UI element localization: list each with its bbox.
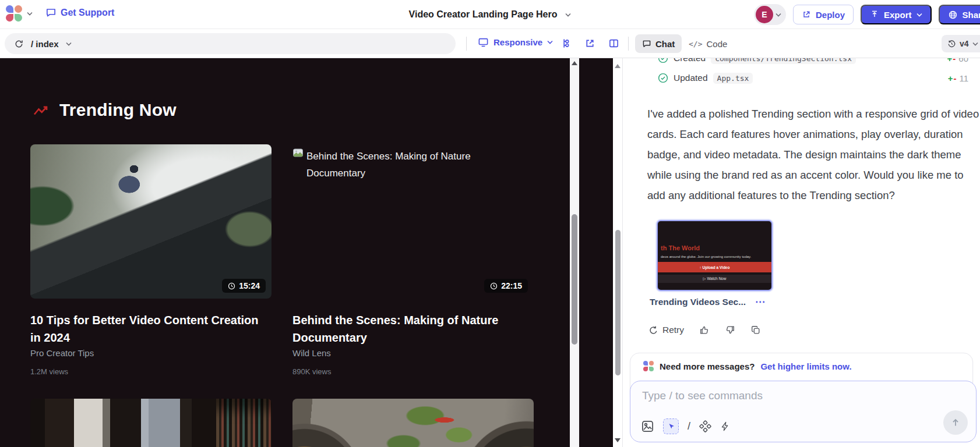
page-path: / index: [31, 39, 59, 49]
video-views: 890K views: [292, 367, 331, 376]
app-window: Get Support Video Creator Landing Page H…: [0, 0, 980, 447]
monitor-icon: [478, 37, 489, 48]
get-support-label: Get Support: [61, 8, 114, 18]
scroll-down-arrow[interactable]: [615, 438, 621, 442]
chevron-down-icon[interactable]: [27, 12, 33, 16]
version-label: v4: [960, 39, 969, 48]
tab-code-label: Code: [706, 39, 727, 49]
video-thumbnail[interactable]: [30, 399, 272, 447]
clock-icon: [490, 282, 498, 290]
share-button[interactable]: Share: [939, 5, 980, 24]
diff-stat: +-11: [948, 73, 968, 83]
video-thumbnail[interactable]: 15:24: [30, 144, 272, 299]
thumbnail-caption[interactable]: Trending Videos Sec...: [650, 297, 746, 307]
history-icon: [947, 40, 956, 48]
video-channel: Pro Creator Tips: [30, 348, 94, 358]
chat-bubble-icon: [642, 39, 651, 48]
deploy-icon: [802, 10, 811, 19]
file-chip[interactable]: App.tsx: [713, 73, 753, 84]
thumb-heading: th The World: [661, 244, 700, 251]
video-title[interactable]: 10 Tips for Better Video Content Creatio…: [30, 311, 265, 346]
thumbs-down-icon[interactable]: [725, 325, 735, 335]
device-mode-selector[interactable]: Responsive: [478, 37, 553, 48]
chat-input[interactable]: [642, 389, 932, 411]
tool-call-row: Updated App.tsx +-11: [658, 71, 968, 85]
code-icon: </>: [689, 40, 702, 48]
video-views: 1.2M views: [30, 367, 68, 376]
globe-icon: [948, 10, 958, 20]
get-support-link[interactable]: Get Support: [45, 7, 114, 18]
thumb-primary-button: ↑ Upload a Video: [658, 262, 771, 272]
open-in-new-window-icon[interactable]: [584, 38, 595, 49]
video-card[interactable]: Behind the Scenes: Making of Nature Docu…: [292, 144, 534, 299]
scroll-up-arrow[interactable]: [572, 61, 577, 65]
project-title: Video Creator Landing Page Hero: [409, 9, 558, 20]
tab-chat[interactable]: Chat: [635, 34, 682, 53]
thumbs-up-icon[interactable]: [699, 325, 710, 335]
video-thumbnail[interactable]: [292, 399, 534, 447]
video-card[interactable]: 15:24 10 Tips for Better Video Content C…: [30, 144, 272, 299]
ellipsis-menu-icon[interactable]: ⋯: [755, 296, 766, 308]
upsell-text: Need more messages?: [660, 361, 755, 371]
chevron-down-icon: [972, 42, 978, 46]
duration-text: 22:15: [501, 281, 522, 290]
cursor-icon: [667, 423, 675, 431]
send-button[interactable]: [943, 410, 968, 435]
retry-label: Retry: [662, 325, 684, 335]
image-alt-text: Behind the Scenes: Making of Nature Docu…: [306, 148, 501, 182]
duration-text: 15:24: [239, 281, 260, 290]
tool-call-action: Updated: [674, 73, 708, 83]
chevron-down-icon: [916, 13, 922, 17]
refresh-icon[interactable]: [14, 39, 24, 49]
retry-button[interactable]: Retry: [648, 325, 684, 335]
preview-pane: Trending Now 15:24 10 Tips for Better Vi…: [0, 58, 613, 447]
scrollbar-thumb[interactable]: [572, 214, 577, 345]
chevron-down-icon[interactable]: [565, 13, 571, 17]
lightning-icon[interactable]: [720, 421, 730, 431]
video-title[interactable]: Behind the Scenes: Making of Nature Docu…: [292, 311, 508, 346]
main-toolbar: Get Support Video Creator Landing Page H…: [0, 0, 980, 29]
app-logo-icon: [643, 361, 654, 371]
tab-code[interactable]: </> Code: [689, 34, 727, 53]
thumb-secondary-button: ▷ Watch Now: [658, 275, 771, 283]
version-history-selector[interactable]: v4: [942, 35, 980, 52]
component-properties-icon[interactable]: [560, 38, 572, 49]
slash-command-icon[interactable]: /: [688, 420, 690, 432]
clock-icon: [228, 282, 235, 290]
retry-icon: [648, 325, 658, 335]
preview-pane-scrollbar[interactable]: [613, 58, 622, 447]
app-logo[interactable]: [6, 5, 22, 22]
attach-image-icon[interactable]: [641, 420, 654, 433]
device-mode-label: Responsive: [493, 37, 542, 47]
copy-icon[interactable]: [750, 325, 761, 335]
scroll-up-arrow[interactable]: [615, 64, 621, 68]
url-bar[interactable]: / index: [5, 33, 456, 54]
design-preview-thumbnail[interactable]: th The World deos around the globe. Join…: [657, 220, 773, 291]
upgrade-link[interactable]: Get higher limits now.: [760, 361, 851, 371]
check-circle-icon: [658, 73, 668, 83]
diff-stat: +-60: [947, 58, 968, 63]
components-icon[interactable]: [699, 420, 711, 432]
chevron-down-icon[interactable]: [66, 42, 72, 46]
export-button[interactable]: Export: [861, 5, 932, 24]
chat-input-box[interactable]: /: [630, 381, 977, 442]
chat-panel: Created components/TrendingSection.tsx +…: [622, 58, 980, 447]
duration-badge: 22:15: [484, 279, 528, 293]
scrollbar-thumb[interactable]: [615, 230, 621, 375]
tool-call-action: Created: [674, 58, 706, 63]
preview-toolbar: / index Responsive: [0, 29, 980, 58]
file-chip[interactable]: components/TrendingSection.tsx: [711, 58, 856, 64]
export-icon: [870, 10, 879, 19]
split-view-icon[interactable]: [608, 38, 619, 49]
video-thumbnail-broken[interactable]: Behind the Scenes: Making of Nature Docu…: [292, 144, 534, 299]
preview-page-scrollbar[interactable]: [570, 58, 579, 447]
select-element-tool[interactable]: [663, 418, 679, 434]
share-label: Share: [963, 10, 980, 20]
chevron-down-icon: [775, 13, 781, 17]
account-menu[interactable]: E: [754, 4, 786, 25]
section-title: Trending Now: [59, 100, 177, 120]
deploy-button[interactable]: Deploy: [793, 5, 854, 24]
video-channel: Wild Lens: [292, 348, 331, 358]
chevron-down-icon: [547, 40, 553, 44]
tool-call-row: Created components/TrendingSection.tsx +…: [658, 58, 968, 65]
